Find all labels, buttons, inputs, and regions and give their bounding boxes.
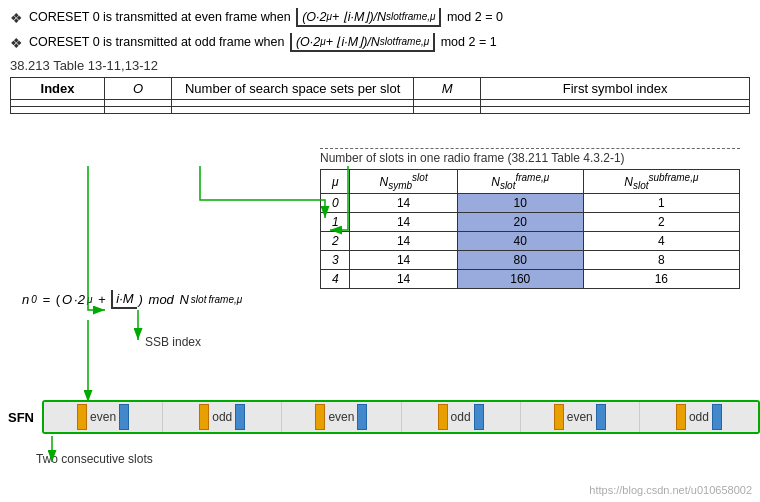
col-header-index: Index xyxy=(11,78,105,100)
slot-table-row: 014101 xyxy=(321,194,740,213)
slot-cell-nsymb: 14 xyxy=(350,270,457,289)
slot-orange-marker xyxy=(199,404,209,430)
slot-table-row: 214404 xyxy=(321,232,740,251)
slots-table: μ Nsymbslot Nslotframe,μ Nslotsubframe,μ… xyxy=(320,169,740,289)
n0-formula: n0 = ( O ·2μ + i·M ) mod Nslotframe,μ xyxy=(22,290,242,309)
sfn-slot-odd-1: odd xyxy=(163,402,282,432)
cell-o xyxy=(105,107,172,114)
slot-orange-marker xyxy=(315,404,325,430)
cell-index xyxy=(11,100,105,107)
table-row xyxy=(11,100,750,107)
slots-region: Number of slots in one radio frame (38.2… xyxy=(320,148,740,289)
cell-search xyxy=(172,107,414,114)
slot-cell-mu: 0 xyxy=(321,194,350,213)
slot-orange-marker xyxy=(676,404,686,430)
cell-first xyxy=(481,100,750,107)
cell-m xyxy=(414,100,481,107)
bullet-text-1: CORESET 0 is transmitted at even frame w… xyxy=(29,8,503,27)
slot-orange-marker xyxy=(77,404,87,430)
sfn-bar: evenoddevenoddevenodd xyxy=(42,400,760,434)
slot-label: odd xyxy=(689,410,709,424)
slot-blue-marker xyxy=(357,404,367,430)
slot-table-row: 41416016 xyxy=(321,270,740,289)
slot-cell-nsub: 8 xyxy=(583,251,739,270)
slot-cell-nsymb: 14 xyxy=(350,251,457,270)
slot-cell-nframe: 40 xyxy=(457,232,583,251)
sfn-slot-odd-3: odd xyxy=(402,402,521,432)
slot-blue-marker xyxy=(712,404,722,430)
cell-m xyxy=(414,107,481,114)
slot-table-row: 114202 xyxy=(321,213,740,232)
sfn-slot-even-0: even xyxy=(44,402,163,432)
slot-label: even xyxy=(90,410,116,424)
table-row xyxy=(11,107,750,114)
cell-index xyxy=(11,107,105,114)
slot-cell-nframe: 80 xyxy=(457,251,583,270)
slot-cell-nsymb: 14 xyxy=(350,213,457,232)
slot-cell-nframe: 160 xyxy=(457,270,583,289)
slot-blue-marker xyxy=(596,404,606,430)
slot-col-mu: μ xyxy=(321,170,350,194)
sfn-slot-odd-5: odd xyxy=(640,402,758,432)
slot-cell-mu: 4 xyxy=(321,270,350,289)
slot-cell-mu: 2 xyxy=(321,232,350,251)
main-table: Index O Number of search space sets per … xyxy=(10,77,750,114)
bullet-line-2: ❖ CORESET 0 is transmitted at odd frame … xyxy=(10,33,750,52)
table-title: 38.213 Table 13-11,13-12 xyxy=(10,58,750,73)
slot-cell-nframe: 10 xyxy=(457,194,583,213)
slot-orange-marker xyxy=(438,404,448,430)
slot-cell-mu: 1 xyxy=(321,213,350,232)
slot-col-nsymb: Nsymbslot xyxy=(350,170,457,194)
slot-col-nsub: Nslotsubframe,μ xyxy=(583,170,739,194)
cell-o xyxy=(105,100,172,107)
col-header-first: First symbol index xyxy=(481,78,750,100)
col-header-search: Number of search space sets per slot xyxy=(172,78,414,100)
slot-blue-marker xyxy=(474,404,484,430)
diamond-icon-1: ❖ xyxy=(10,10,23,26)
sfn-slot-even-2: even xyxy=(282,402,401,432)
sfn-region: SFN evenoddevenoddevenodd xyxy=(0,400,760,434)
sfn-label: SFN xyxy=(8,410,36,425)
two-consecutive-label: Two consecutive slots xyxy=(36,452,153,466)
slot-orange-marker xyxy=(554,404,564,430)
slot-label: odd xyxy=(451,410,471,424)
slot-cell-nframe: 20 xyxy=(457,213,583,232)
page-container: ❖ CORESET 0 is transmitted at even frame… xyxy=(0,0,760,502)
slot-cell-nsymb: 14 xyxy=(350,194,457,213)
watermark: https://blog.csdn.net/u010658002 xyxy=(589,484,752,496)
ssb-label: SSB index xyxy=(145,335,201,349)
slot-cell-nsub: 4 xyxy=(583,232,739,251)
sfn-slot-even-4: even xyxy=(521,402,640,432)
slot-cell-nsub: 2 xyxy=(583,213,739,232)
col-header-m: M xyxy=(414,78,481,100)
slot-label: odd xyxy=(212,410,232,424)
slot-cell-nsub: 1 xyxy=(583,194,739,213)
slot-table-row: 314808 xyxy=(321,251,740,270)
slot-blue-marker xyxy=(235,404,245,430)
slot-cell-nsub: 16 xyxy=(583,270,739,289)
slots-label: Number of slots in one radio frame (38.2… xyxy=(320,148,740,165)
slot-cell-mu: 3 xyxy=(321,251,350,270)
slot-cell-nsymb: 14 xyxy=(350,232,457,251)
bullet-text-2: CORESET 0 is transmitted at odd frame wh… xyxy=(29,33,497,52)
cell-search xyxy=(172,100,414,107)
diamond-icon-2: ❖ xyxy=(10,35,23,51)
bullet-line-1: ❖ CORESET 0 is transmitted at even frame… xyxy=(10,8,750,27)
formula-box: n0 = ( O ·2μ + i·M ) mod Nslotframe,μ xyxy=(22,290,242,309)
slot-label: even xyxy=(328,410,354,424)
slot-label: even xyxy=(567,410,593,424)
cell-first xyxy=(481,107,750,114)
slot-blue-marker xyxy=(119,404,129,430)
col-header-o: O xyxy=(105,78,172,100)
slot-col-nframe: Nslotframe,μ xyxy=(457,170,583,194)
